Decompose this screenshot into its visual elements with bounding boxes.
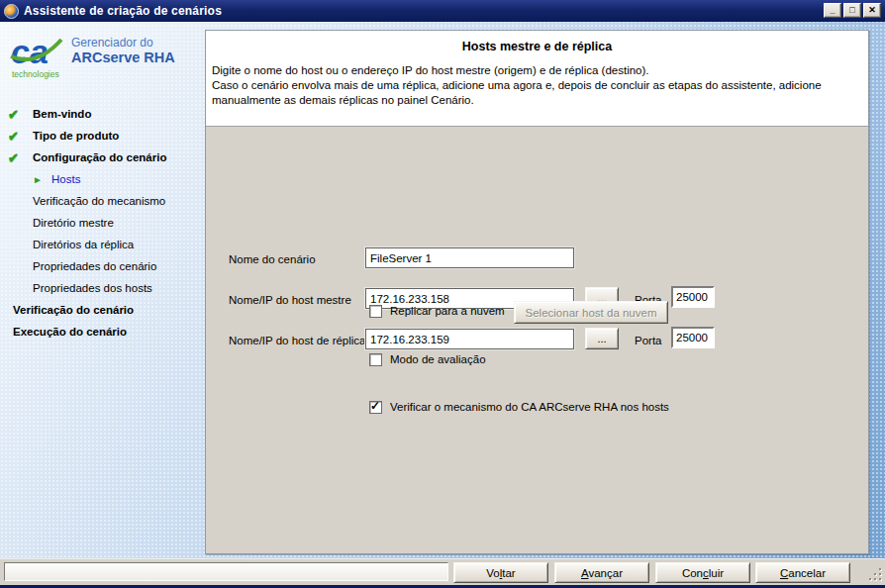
- step-label: Propriedades do cenário: [33, 260, 156, 272]
- minimize-button[interactable]: _: [824, 3, 841, 18]
- minimize-icon: _: [825, 4, 840, 16]
- wizard-page: Hosts mestre e de réplica Digite o nome …: [205, 30, 869, 554]
- sidebar-item-verificacao-do-cenario[interactable]: Verificação do cenário: [0, 299, 205, 321]
- page-body: Nome do cenário Nome/IP do host mestre .…: [206, 127, 868, 553]
- button-label: Vo: [486, 567, 499, 579]
- button-label: ancelar: [788, 567, 826, 579]
- master-host-label: Nome/IP do host mestre: [229, 294, 351, 306]
- resize-grip[interactable]: [867, 566, 881, 580]
- globe-icon: [4, 4, 19, 19]
- replica-port-label: Porta: [635, 335, 662, 346]
- replicate-to-cloud-checkbox[interactable]: [369, 305, 382, 318]
- sidebar-item-tipo-de-produto[interactable]: ✔ Tipo de produto: [0, 125, 205, 147]
- title-bar: Assistente de criação de cenários _ □ ✕: [0, 0, 885, 22]
- sidebar-item-diretorio-mestre[interactable]: Diretório mestre: [0, 212, 205, 234]
- sidebar-item-configuracao-do-cenario[interactable]: ✔ Configuração do cenário: [0, 147, 205, 168]
- wizard-steps: ✔ Bem-vindo ✔ Tipo de produto ✔ Configur…: [0, 103, 205, 343]
- close-button[interactable]: ✕: [863, 3, 881, 18]
- verify-engine-checkbox[interactable]: [369, 401, 382, 414]
- scenario-name-input[interactable]: [365, 247, 574, 268]
- sidebar-item-diretorios-da-replica[interactable]: Diretórios da réplica: [0, 234, 205, 255]
- window-title: Assistente de criação de cenários: [24, 4, 222, 18]
- step-label: Verificação do mecanismo: [33, 195, 165, 207]
- back-button[interactable]: Voltar: [453, 562, 548, 583]
- button-label: tar: [502, 567, 515, 579]
- product-name: Gerenciador do ARCserve RHA: [71, 36, 175, 65]
- page-description-line1: Digite o nome do host ou o endereço IP d…: [212, 63, 862, 78]
- check-icon: ✔: [8, 107, 33, 122]
- page-description-line2: Caso o cenário envolva mais de uma répli…: [212, 78, 862, 108]
- replica-host-input[interactable]: [365, 329, 574, 349]
- sidebar-item-execucao-do-cenario[interactable]: Execução do cenário: [0, 321, 205, 343]
- check-icon: ✔: [8, 129, 33, 144]
- ca-logo-sub-text: technologies: [12, 69, 59, 79]
- replica-port-input[interactable]: [671, 327, 715, 348]
- select-cloud-host-button[interactable]: Selecionar host da nuvem: [514, 301, 668, 324]
- next-button[interactable]: Avançar: [554, 562, 649, 583]
- sidebar-item-verificacao-do-mecanismo[interactable]: Verificação do mecanismo: [0, 190, 205, 212]
- browse-replica-host-button[interactable]: ...: [585, 328, 619, 349]
- master-port-input[interactable]: [671, 286, 715, 308]
- step-label: Bem-vindo: [33, 108, 91, 120]
- footer-bar: Voltar Avançar Concluir Cancelar: [0, 558, 885, 585]
- step-label: Diretórios da réplica: [33, 239, 134, 250]
- close-icon: ✕: [864, 4, 880, 16]
- finish-button[interactable]: Concluir: [655, 562, 750, 583]
- arrow-icon: ►: [33, 174, 51, 185]
- button-label: Con: [682, 567, 703, 579]
- page-header: Hosts mestre e de réplica Digite o nome …: [206, 31, 868, 127]
- cancel-button[interactable]: Cancelar: [755, 562, 850, 583]
- button-label: luir: [709, 567, 724, 579]
- product-name-line2: ARCserve RHA: [71, 50, 175, 65]
- ca-technologies-logo: ca technologies: [10, 30, 63, 81]
- sidebar-item-hosts[interactable]: ► Hosts: [0, 168, 205, 190]
- status-bar: [4, 562, 448, 581]
- sidebar-item-propriedades-dos-hosts[interactable]: Propriedades dos hosts: [0, 277, 205, 299]
- ca-logo-text: ca: [11, 33, 49, 70]
- sidebar-item-propriedades-do-cenario[interactable]: Propriedades do cenário: [0, 255, 205, 277]
- step-label: Execução do cenário: [13, 326, 127, 338]
- wizard-window: Assistente de criação de cenários _ □ ✕ …: [0, 0, 885, 588]
- maximize-button[interactable]: □: [843, 3, 861, 18]
- button-label: vançar: [588, 567, 623, 579]
- replicate-to-cloud-label: Replicar para a nuvem: [390, 305, 505, 317]
- sidebar-item-bem-vindo[interactable]: ✔ Bem-vindo: [0, 103, 205, 125]
- product-name-line1: Gerenciador do: [71, 36, 175, 50]
- step-label: Verificação do cenário: [13, 304, 134, 316]
- brand-area: ca technologies Gerenciador do ARCserve …: [10, 30, 175, 81]
- wizard-sidebar: ca technologies Gerenciador do ARCserve …: [0, 22, 205, 558]
- page-title: Hosts mestre e de réplica: [212, 40, 862, 53]
- assessment-mode-label: Modo de avaliação: [390, 353, 486, 365]
- maximize-icon: □: [844, 4, 860, 16]
- step-label: Tipo de produto: [33, 130, 119, 142]
- step-label: Propriedades dos hosts: [33, 282, 152, 294]
- step-label: Diretório mestre: [33, 217, 114, 229]
- check-icon: ✔: [8, 150, 33, 165]
- replica-host-label: Nome/IP do host de réplica: [229, 335, 366, 346]
- step-label: Configuração do cenário: [33, 151, 166, 163]
- scenario-name-label: Nome do cenário: [229, 253, 316, 265]
- assessment-mode-checkbox[interactable]: [369, 353, 382, 366]
- verify-engine-label: Verificar o mecanismo do CA ARCserve RHA…: [390, 401, 669, 413]
- step-label: Hosts: [51, 173, 80, 185]
